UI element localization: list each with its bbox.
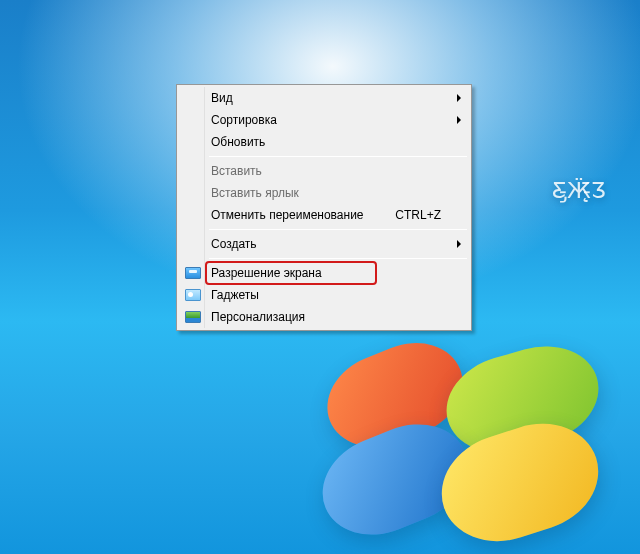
menu-item-personalize[interactable]: Персонализация	[179, 306, 469, 328]
menu-separator	[209, 156, 467, 157]
menu-item-label: Сортировка	[211, 109, 469, 131]
menu-separator	[209, 229, 467, 230]
menu-item-screen-resolution[interactable]: Разрешение экрана	[179, 262, 469, 284]
menu-item-gadgets[interactable]: Гаджеты	[179, 284, 469, 306]
menu-item-label: Вид	[211, 87, 469, 109]
menu-item-label: Гаджеты	[211, 284, 469, 306]
menu-item-refresh[interactable]: Обновить	[179, 131, 469, 153]
menu-item-paste-shortcut: Вставить ярлык	[179, 182, 469, 204]
monitor-icon	[185, 267, 201, 279]
menu-item-label: Создать	[211, 233, 469, 255]
menu-item-paste: Вставить	[179, 160, 469, 182]
menu-item-view[interactable]: Вид	[179, 87, 469, 109]
menu-item-new[interactable]: Создать	[179, 233, 469, 255]
menu-item-shortcut: CTRL+Z	[395, 204, 469, 226]
menu-item-label: Вставить ярлык	[211, 182, 469, 204]
menu-item-label: Разрешение экрана	[211, 262, 469, 284]
menu-item-undo-rename[interactable]: Отменить переименование CTRL+Z	[179, 204, 469, 226]
chevron-right-icon	[457, 94, 461, 102]
bg-butterfly-icon: Ƹ̵̡Ӝ̵̨̄Ʒ	[552, 178, 606, 204]
menu-separator	[209, 258, 467, 259]
desktop-context-menu: Вид Сортировка Обновить Вставить Вставит…	[176, 84, 472, 331]
menu-item-label: Вставить	[211, 160, 469, 182]
chevron-right-icon	[457, 240, 461, 248]
chevron-right-icon	[457, 116, 461, 124]
personalize-icon	[185, 311, 201, 323]
menu-item-label: Отменить переименование	[211, 204, 395, 226]
menu-item-sort[interactable]: Сортировка	[179, 109, 469, 131]
menu-item-label: Персонализация	[211, 306, 469, 328]
gadgets-icon	[185, 289, 201, 301]
menu-item-label: Обновить	[211, 131, 469, 153]
